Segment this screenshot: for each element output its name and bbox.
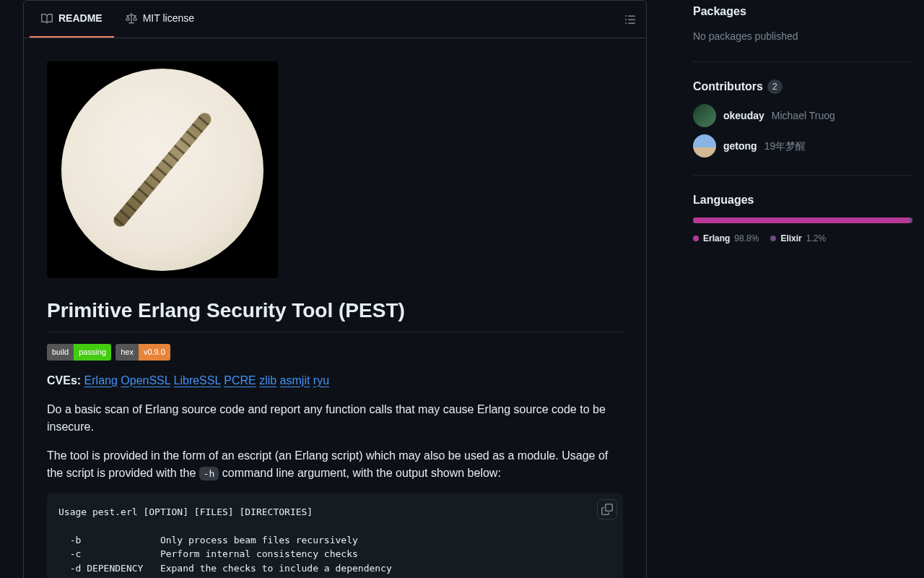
- badges-row: build passing hex v0.9.0: [47, 344, 623, 361]
- language-item-erlang[interactable]: Erlang 98.8%: [693, 232, 759, 245]
- tab-license-label: MIT license: [143, 11, 194, 26]
- cve-line: CVEs: Erlang OpenSSL LibreSSL PCRE zlib …: [47, 372, 623, 389]
- book-icon: [41, 13, 53, 25]
- tab-readme[interactable]: README: [30, 1, 114, 38]
- list-icon: [624, 14, 636, 25]
- contributor-username: okeuday: [723, 108, 764, 124]
- contributor-realname: Michael Truog: [772, 108, 835, 124]
- usage-codeblock: Usage pest.erl [OPTION] [FILES] [DIRECTO…: [47, 493, 623, 579]
- languages-section: Languages Erlang 98.8% Elixir 1.2%: [693, 189, 912, 245]
- tab-readme-label: README: [58, 11, 103, 26]
- build-badge[interactable]: build passing: [47, 344, 111, 361]
- contributor-username: getong: [723, 139, 757, 154]
- avatar: [693, 134, 716, 158]
- packages-empty: No packages published: [693, 29, 912, 44]
- copy-button[interactable]: [597, 499, 617, 519]
- readme-title: Primitive Erlang Security Tool (PEST): [47, 296, 623, 332]
- cve-link-asmjit[interactable]: asmjit: [280, 374, 310, 387]
- contributor-item[interactable]: okeuday Michael Truog: [693, 104, 912, 127]
- cve-link-libressl[interactable]: LibreSSL: [174, 374, 221, 387]
- contributors-count: 2: [767, 79, 783, 94]
- contributor-realname: 19年梦醒: [764, 139, 806, 154]
- hero-image: [47, 61, 278, 278]
- description-para-2: The tool is provided in the form of an e…: [47, 447, 623, 482]
- language-item-elixir[interactable]: Elixir 1.2%: [770, 232, 826, 245]
- tab-license[interactable]: MIT license: [114, 1, 206, 38]
- languages-heading: Languages: [693, 191, 912, 209]
- lang-seg-erlang: [693, 217, 910, 223]
- cve-link-erlang[interactable]: Erlang: [84, 374, 118, 387]
- cve-label: CVEs:: [47, 374, 81, 387]
- cve-link-zlib[interactable]: zlib: [259, 374, 276, 387]
- law-icon: [126, 13, 137, 25]
- language-bar: [693, 217, 912, 223]
- usage-text: Usage pest.erl [OPTION] [FILES] [DIRECTO…: [58, 505, 611, 579]
- readme-content: Primitive Erlang Security Tool (PEST) bu…: [24, 38, 646, 578]
- cve-link-pcre[interactable]: PCRE: [224, 374, 256, 387]
- divider: [693, 175, 912, 176]
- packages-section: Packages No packages published: [693, 0, 912, 44]
- inline-code-h: -h: [199, 467, 219, 480]
- contributors-heading[interactable]: Contributors 2: [693, 78, 912, 95]
- cve-link-openssl[interactable]: OpenSSL: [121, 374, 170, 387]
- outline-button[interactable]: [620, 9, 640, 30]
- lang-dot: [770, 236, 776, 241]
- divider: [693, 61, 912, 62]
- avatar: [693, 104, 716, 127]
- lang-seg-elixir: [910, 217, 912, 223]
- hex-badge[interactable]: hex v0.9.0: [116, 344, 170, 361]
- cve-link-ryu[interactable]: ryu: [313, 374, 329, 387]
- description-para-1: Do a basic scan of Erlang source code an…: [47, 401, 623, 436]
- lang-dot: [693, 236, 699, 241]
- contributor-item[interactable]: getong 19年梦醒: [693, 134, 912, 158]
- packages-heading[interactable]: Packages: [693, 3, 912, 20]
- contributors-section: Contributors 2 okeuday Michael Truog get…: [693, 75, 912, 158]
- copy-icon: [601, 504, 613, 515]
- readme-tab-bar: README MIT license: [24, 1, 646, 38]
